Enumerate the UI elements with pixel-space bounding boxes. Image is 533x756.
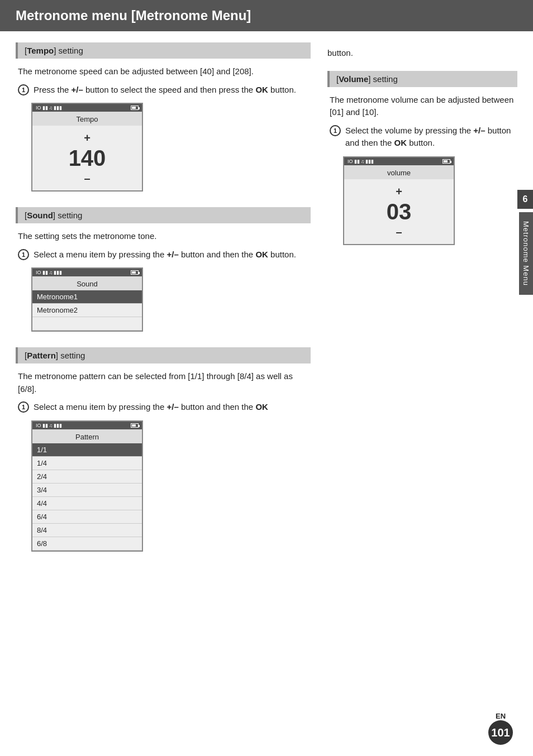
volume-screen-title: volume [344, 165, 454, 179]
status-icons-tempo: IO ▮▮ ♫ ▮▮▮ [36, 105, 62, 111]
volume-screen-titlebar: IO ▮▮ ♫ ▮▮▮ [344, 157, 454, 165]
battery-icon-pattern [131, 423, 139, 428]
volume-screen: IO ▮▮ ♫ ▮▮▮ volume + 03 – [343, 156, 455, 245]
battery-icon-tempo [131, 106, 139, 110]
pattern-description: The metronome pattern can be selected fr… [16, 370, 311, 395]
right-column: button. [Volume] setting The metronome v… [327, 42, 517, 567]
tempo-screen-title: Tempo [32, 112, 142, 126]
status-icons-pattern: IO ▮▮ ♫ ▮▮▮ [36, 423, 62, 428]
battery-icon-volume [442, 159, 450, 164]
pattern-list: 1/1 1/4 2/4 3/4 4/4 6/4 8/4 6/8 [32, 443, 142, 551]
tempo-step1: 1 Press the +/– button to select the spe… [16, 84, 311, 97]
volume-section-header: [Volume] setting [327, 71, 517, 87]
footer-lang: EN [496, 712, 506, 720]
pattern-step1-text: Select a menu item by pressing the +/– b… [34, 401, 268, 414]
volume-label: Volume [339, 74, 368, 84]
footer: EN 101 [488, 712, 513, 745]
pattern-screen-titlebar: IO ▮▮ ♫ ▮▮▮ [32, 422, 142, 429]
footer-page: 101 [488, 720, 513, 745]
sound-step1: 1 Select a menu item by pressing the +/–… [16, 248, 311, 261]
tempo-section-header: [Tempo] setting [16, 42, 311, 59]
page-header: Metronome menu [Metronome Menu] [0, 0, 533, 31]
pattern-item-4-4: 4/4 [32, 497, 142, 510]
sound-section: [Sound] setting The setting sets the met… [16, 207, 311, 332]
volume-step1-text: Select the volume by pressing the +/– bu… [345, 125, 517, 150]
chapter-number-box: 6 [517, 190, 533, 209]
pattern-item-1-1: 1/1 [32, 443, 142, 457]
page-title: Metronome menu [Metronome Menu] [16, 8, 517, 23]
volume-screen-body: + 03 – [344, 179, 454, 244]
step-circle-1: 1 [18, 84, 29, 95]
sound-screen: IO ▮▮ ♫ ▮▮▮ Sound Metronome1 Metronome2 [31, 267, 143, 332]
sound-item-2: Metronome2 [32, 304, 142, 317]
volume-plus: + [396, 186, 402, 197]
tempo-section: [Tempo] setting The metronome speed can … [16, 42, 311, 192]
sound-screen-title: Sound [32, 276, 142, 290]
pattern-item-8-4: 8/4 [32, 524, 142, 537]
sound-item-1: Metronome1 [32, 290, 142, 304]
sound-step1-text: Select a menu item by pressing the +/– b… [34, 248, 296, 261]
pattern-step1: 1 Select a menu item by pressing the +/–… [16, 401, 311, 414]
sound-screen-titlebar: IO ▮▮ ♫ ▮▮▮ [32, 269, 142, 276]
volume-minus: – [396, 226, 402, 237]
chapter-number: 6 [523, 194, 528, 204]
volume-step1: 1 Select the volume by pressing the +/– … [327, 125, 517, 150]
battery-icon-sound [131, 270, 139, 275]
pattern-label: Pattern [27, 351, 56, 360]
pattern-section: [Pattern] setting The metronome pattern … [16, 347, 311, 552]
chapter-side-label: Metronome Menu [519, 212, 533, 295]
tempo-label: Tempo [27, 46, 54, 55]
pattern-item-6-8: 6/8 [32, 537, 142, 551]
tempo-screen-body: + 140 – [32, 126, 142, 190]
pattern-screen-title: Pattern [32, 429, 142, 443]
volume-value: 03 [387, 199, 412, 224]
pattern-item-1-4: 1/4 [32, 457, 142, 470]
sound-list: Metronome1 Metronome2 [32, 290, 142, 331]
tempo-screen: IO ▮▮ ♫ ▮▮▮ Tempo + 140 – [31, 103, 143, 192]
sound-label: Sound [27, 210, 53, 220]
pattern-screen: IO ▮▮ ♫ ▮▮▮ Pattern 1/1 1/4 2/4 3/4 4/4 [31, 420, 143, 552]
tempo-minus: – [84, 173, 90, 184]
tempo-screen-titlebar: IO ▮▮ ♫ ▮▮▮ [32, 104, 142, 112]
sound-item-empty [32, 317, 142, 331]
sound-description: The setting sets the metronome tone. [16, 230, 311, 243]
step-circle-pattern: 1 [18, 401, 29, 413]
pattern-item-3-4: 3/4 [32, 484, 142, 497]
volume-section: [Volume] setting The metronome volume ca… [327, 71, 517, 245]
step-circle-sound: 1 [18, 249, 29, 260]
sound-section-header: [Sound] setting [16, 207, 311, 223]
volume-description: The metronome volume can be adjusted bet… [327, 94, 517, 119]
left-column: [Tempo] setting The metronome speed can … [16, 42, 311, 567]
status-icons-sound: IO ▮▮ ♫ ▮▮▮ [36, 270, 62, 275]
pattern-item-2-4: 2/4 [32, 470, 142, 484]
step-circle-volume: 1 [330, 125, 341, 136]
tempo-plus: + [84, 132, 91, 143]
status-icons-volume: IO ▮▮ ♫ ▮▮▮ [348, 159, 374, 164]
pattern-section-header: [Pattern] setting [16, 347, 311, 363]
tempo-step1-text: Press the +/– button to select the speed… [34, 84, 296, 97]
pattern-item-6-4: 6/4 [32, 510, 142, 524]
tempo-description: The metronome speed can be adjusted betw… [16, 65, 311, 78]
tempo-value: 140 [69, 146, 106, 170]
right-top-text: button. [327, 42, 517, 60]
